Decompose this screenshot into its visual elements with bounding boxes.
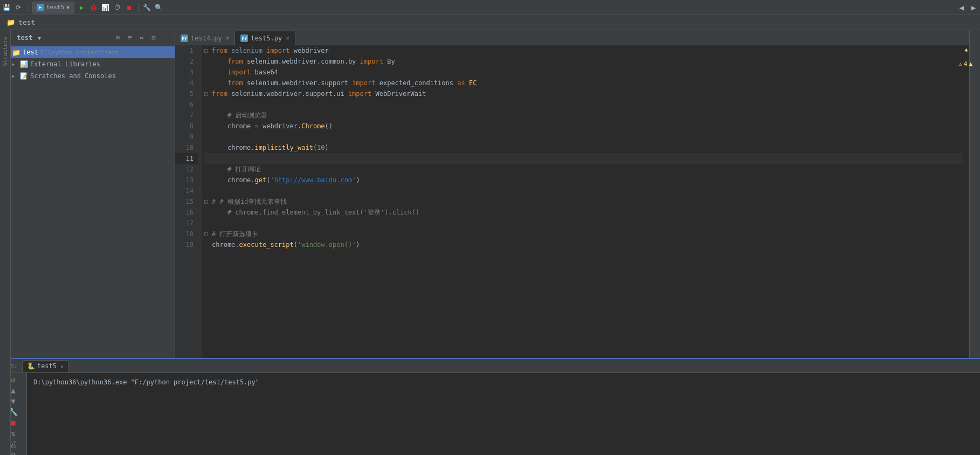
code-line-14 bbox=[204, 185, 963, 196]
debug-icon[interactable]: 🐞 bbox=[89, 3, 98, 12]
warning-icon: ⚠ bbox=[958, 60, 962, 67]
warning-count: 4 bbox=[964, 60, 968, 67]
tree-path-test: F:\python project\test bbox=[40, 49, 119, 56]
code-line-13: chrome.get('http://www.baidu.com') bbox=[204, 175, 963, 185]
code-line-8: chrome = webdriver.Chrome() bbox=[204, 121, 963, 132]
line-4: 4 bbox=[175, 78, 198, 88]
tab-test5-close[interactable]: ✕ bbox=[286, 35, 289, 42]
tab-test5[interactable]: py test5.py ✕ bbox=[235, 31, 295, 45]
settings-icon[interactable]: ⚙ bbox=[149, 33, 158, 43]
line-10: 10 bbox=[175, 142, 198, 153]
nav-fwd-icon[interactable]: ▶ bbox=[969, 3, 978, 12]
scratches-icon: 📝 bbox=[19, 72, 28, 80]
line-19: 19 bbox=[175, 239, 198, 250]
fold-16 bbox=[204, 207, 212, 218]
fold-2 bbox=[204, 56, 212, 67]
gutter-warning: ▲ bbox=[964, 46, 968, 52]
tree-arrow-extlib: ▶ bbox=[12, 61, 19, 67]
fold-15[interactable]: □ bbox=[204, 196, 212, 207]
tree-label-test: test bbox=[23, 49, 38, 56]
titlebar: 📁 test bbox=[0, 15, 980, 30]
run-tab-bar: Run: 🐍 test5 ✕ bbox=[0, 359, 980, 373]
line-16: 16 bbox=[175, 207, 198, 218]
run-tab-label: test5 bbox=[37, 362, 57, 370]
tree-label-extlib: External Libraries bbox=[30, 60, 100, 68]
line-11: 11 bbox=[175, 153, 198, 164]
structure-side-label: Structure bbox=[2, 37, 8, 66]
run-tab-close[interactable]: ✕ bbox=[60, 363, 64, 369]
fold-7 bbox=[204, 110, 212, 121]
sync-icon[interactable]: ⟳ bbox=[14, 3, 23, 12]
line-17: 17 bbox=[175, 218, 198, 229]
fold-6 bbox=[204, 99, 212, 110]
fold-5[interactable]: □ bbox=[204, 88, 212, 99]
code-line-1: □ from selenium import webdriver bbox=[204, 45, 963, 56]
code-line-3: import base64 bbox=[204, 67, 963, 78]
coverage-icon[interactable]: 📊 bbox=[101, 3, 110, 12]
fold-13 bbox=[204, 175, 212, 185]
code-line-9 bbox=[204, 132, 963, 142]
line-9: 9 bbox=[175, 132, 198, 142]
code-line-18: □ # 打开新选项卡 bbox=[204, 229, 963, 239]
code-line-17 bbox=[204, 218, 963, 229]
sidebar-item-scratches[interactable]: ▶ 📝 Scratches and Consoles bbox=[0, 70, 175, 82]
run-output: D:\python36\python36.exe "F:/python proj… bbox=[27, 373, 980, 455]
tab-test4-close[interactable]: ✕ bbox=[226, 35, 230, 42]
fold-18[interactable]: □ bbox=[204, 229, 212, 239]
sort-icon[interactable]: ≡ bbox=[125, 33, 135, 43]
code-line-4: from selenium.webdriver.support import e… bbox=[204, 78, 963, 88]
fold-12 bbox=[204, 164, 212, 175]
code-line-15: □ # # 根据id查找元素查找 bbox=[204, 196, 963, 207]
line-15: 15 bbox=[175, 196, 198, 207]
line-6: 6 bbox=[175, 99, 198, 110]
project-title: test bbox=[18, 18, 35, 26]
run-config-arrow: ▼ bbox=[66, 5, 69, 10]
fold-14 bbox=[204, 185, 212, 196]
line-3: 3 bbox=[175, 67, 198, 78]
sidebar-item-test[interactable]: ▶ 📁 test F:\python project\test bbox=[0, 46, 175, 58]
code-line-12: # 打开网址 bbox=[204, 164, 963, 175]
search-icon[interactable]: 🔍 bbox=[155, 3, 163, 12]
line-1: 1 bbox=[175, 45, 198, 56]
code-line-19: chrome.execute_script('window.open()') bbox=[204, 239, 963, 250]
run-output-line-1: D:\python36\python36.exe "F:/python proj… bbox=[33, 377, 974, 387]
sidebar-dropdown-arrow[interactable]: ▼ bbox=[38, 36, 40, 41]
sidebar-item-ext-lib[interactable]: ▶ 📊 External Libraries bbox=[0, 58, 175, 70]
save-icon[interactable]: 💾 bbox=[2, 3, 11, 12]
tab-test5-icon: py bbox=[240, 35, 248, 42]
run-icon[interactable]: ▶ bbox=[78, 3, 86, 12]
fold-19 bbox=[204, 239, 212, 250]
stop-icon[interactable]: ■ bbox=[125, 3, 134, 12]
run-tab-test5[interactable]: 🐍 test5 ✕ bbox=[22, 360, 68, 372]
fold-9 bbox=[204, 132, 212, 142]
folder-icon-test: 📁 bbox=[12, 48, 20, 57]
tab-test5-label: test5.py bbox=[251, 35, 282, 42]
scope-icon[interactable]: ⊕ bbox=[113, 33, 123, 43]
sidebar-project-label: 📁 test ▼ bbox=[4, 34, 111, 42]
toolbar: 💾 ⟳ ▶ test5 ▼ ▶ 🐞 📊 ⏱ ■ 🔧 🔍 ◀ ▶ bbox=[0, 0, 980, 15]
line-7: 7 bbox=[175, 110, 198, 121]
left-structure-strip: Structure bbox=[0, 30, 11, 455]
code-line-2: from selenium.webdriver.common.by import… bbox=[204, 56, 963, 67]
warning-badge[interactable]: ⚠ 4 ▲ bbox=[958, 60, 972, 67]
tree-label-scratches: Scratches and Consoles bbox=[30, 72, 116, 80]
line-2: 2 bbox=[175, 56, 198, 67]
minimize-icon[interactable]: — bbox=[161, 33, 170, 43]
extlib-icon: 📊 bbox=[19, 60, 28, 68]
tab-test4-icon: py bbox=[181, 35, 188, 42]
warning-arrow: ▲ bbox=[969, 60, 972, 67]
nav-back-icon[interactable]: ◀ bbox=[957, 3, 966, 12]
fold-17 bbox=[204, 218, 212, 229]
tab-test4[interactable]: py test4.py ✕ bbox=[175, 31, 235, 45]
split-icon[interactable]: ⇔ bbox=[137, 33, 147, 43]
profile-icon[interactable]: ⏱ bbox=[113, 3, 122, 12]
editor-tabs: py test4.py ✕ py test5.py ✕ bbox=[175, 30, 969, 45]
wrench-icon[interactable]: 🔧 bbox=[143, 3, 151, 12]
code-line-6 bbox=[204, 99, 963, 110]
folder-icon: 📁 bbox=[6, 18, 15, 26]
run-config-btn[interactable]: ▶ test5 ▼ bbox=[32, 2, 74, 13]
code-line-16: # chrome.find_element_by_link_text('登录')… bbox=[204, 207, 963, 218]
tab-test4-label: test4.py bbox=[191, 35, 222, 42]
fold-1[interactable]: □ bbox=[204, 45, 212, 56]
line-5: 5 bbox=[175, 88, 198, 99]
